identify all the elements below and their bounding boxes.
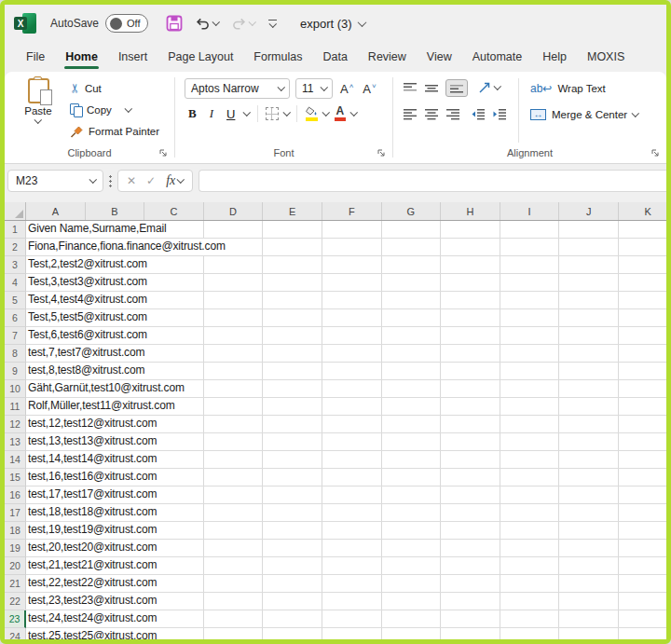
sheet-row-24[interactable]: 24test,25,test25@xitrust.com	[5, 628, 666, 639]
sheet-row-22[interactable]: 22test,23,test23@xitrust.com	[5, 593, 666, 610]
sheet-row-8[interactable]: 8test,7,test7@xitrust.com	[5, 345, 666, 363]
undo-chevron-icon[interactable]	[212, 19, 220, 26]
underline-chevron-icon[interactable]	[243, 109, 251, 116]
sheet-row-9[interactable]: 9test,8,test8@xitrust.com	[5, 363, 666, 380]
sheet-row-1[interactable]: 1Given Name,Surname,Email	[5, 221, 666, 239]
formula-bar-grip[interactable]	[109, 174, 112, 187]
row-header-3[interactable]: 3	[5, 256, 26, 274]
merge-center-chevron-icon[interactable]	[632, 110, 639, 117]
row-cells[interactable]: Test,4,test4@xitrust.com	[26, 292, 666, 309]
sheet-row-3[interactable]: 3Test,2,test2@xitrust.com	[5, 256, 666, 274]
row-cells[interactable]: test,14,test14@xitrust.com	[26, 451, 666, 469]
row-header-14[interactable]: 14	[5, 451, 26, 469]
row-cells[interactable]: Given Name,Surname,Email	[26, 221, 666, 239]
tab-formulas[interactable]: Formulas	[243, 42, 312, 72]
row-cells[interactable]: Fiona,Finance,fiona.finance@xitrust.com	[26, 239, 666, 256]
cut-button[interactable]: ✂ Cut	[70, 79, 159, 97]
paste-button[interactable]: Paste	[14, 78, 62, 143]
tab-insert[interactable]: Insert	[108, 42, 157, 72]
font-color-button[interactable]: A	[335, 106, 346, 121]
sheet-row-12[interactable]: 12test,12,test12@xitrust.com	[5, 416, 666, 433]
sheet-row-21[interactable]: 21test,22,test22@xitrust.com	[5, 575, 666, 593]
format-painter-button[interactable]: Format Painter	[70, 122, 159, 140]
undo-button[interactable]	[195, 16, 219, 31]
column-header-a[interactable]: A	[26, 202, 86, 220]
align-bottom-button-selected[interactable]	[445, 79, 468, 97]
autosave-toggle[interactable]: Off	[105, 14, 148, 33]
orientation-button[interactable]	[478, 82, 500, 94]
borders-icon[interactable]	[266, 107, 279, 120]
copy-button[interactable]: Copy	[70, 101, 159, 118]
sheet-row-19[interactable]: 19test,20,test20@xitrust.com	[5, 540, 666, 557]
row-cells[interactable]: test,16,test16@xitrust.com	[26, 469, 666, 486]
row-header-9[interactable]: 9	[5, 363, 26, 380]
fill-color-button[interactable]	[305, 106, 318, 121]
tab-review[interactable]: Review	[358, 42, 417, 72]
row-cells[interactable]: Rolf,Müller,test11@xitrust.com	[26, 398, 666, 416]
row-header-22[interactable]: 22	[5, 593, 26, 610]
decrease-font-size-button[interactable]: A˅	[361, 82, 377, 96]
row-header-6[interactable]: 6	[5, 309, 26, 327]
align-center-icon[interactable]	[424, 108, 439, 120]
row-header-17[interactable]: 17	[5, 504, 26, 522]
row-header-21[interactable]: 21	[5, 575, 26, 593]
row-header-7[interactable]: 7	[5, 327, 26, 345]
row-header-19[interactable]: 19	[5, 540, 26, 557]
tab-home[interactable]: Home	[55, 42, 108, 72]
tab-automate[interactable]: Automate	[462, 42, 533, 72]
select-all-corner[interactable]	[5, 202, 26, 220]
sheet-row-18[interactable]: 18test,19,test19@xitrust.com	[5, 522, 666, 540]
column-header-i[interactable]: I	[500, 202, 560, 220]
sheet-row-17[interactable]: 17test,18,test18@xitrust.com	[5, 504, 666, 522]
row-cells[interactable]: test,19,test19@xitrust.com	[26, 522, 666, 540]
tab-moxis[interactable]: MOXIS	[577, 42, 635, 72]
sheet-row-15[interactable]: 15test,16,test16@xitrust.com	[5, 469, 666, 486]
row-header-15[interactable]: 15	[5, 469, 26, 486]
bold-button[interactable]: B	[185, 106, 200, 121]
row-header-2[interactable]: 2	[5, 239, 26, 256]
column-header-k[interactable]: K	[619, 202, 666, 220]
document-title-button[interactable]: export (3)	[300, 17, 365, 31]
column-header-j[interactable]: J	[559, 202, 619, 220]
sheet-row-5[interactable]: 5Test,4,test4@xitrust.com	[5, 292, 666, 309]
font-dialog-launcher[interactable]	[377, 148, 386, 158]
sheet-row-20[interactable]: 20test,21,test21@xitrust.com	[5, 557, 666, 575]
row-header-12[interactable]: 12	[5, 416, 26, 433]
insert-function-button[interactable]: fx	[166, 173, 184, 188]
row-cells[interactable]: test,13,test13@xitrust.com	[26, 433, 666, 451]
row-cells[interactable]: test,17,test17@xitrust.com	[26, 486, 666, 504]
merge-center-button[interactable]: ↔ Merge & Center	[530, 105, 638, 124]
sheet-row-11[interactable]: 11Rolf,Müller,test11@xitrust.com	[5, 398, 666, 416]
align-top-icon[interactable]	[403, 82, 418, 94]
sheet-row-6[interactable]: 6Test,5,test5@xitrust.com	[5, 309, 666, 327]
row-header-20[interactable]: 20	[5, 557, 26, 575]
increase-indent-icon[interactable]	[492, 108, 507, 120]
alignment-dialog-launcher[interactable]	[650, 148, 660, 158]
formula-input[interactable]	[199, 170, 666, 192]
cancel-icon[interactable]: ✕	[127, 174, 136, 187]
row-cells[interactable]: test,24,test24@xitrust.com	[26, 610, 666, 628]
sheet-row-7[interactable]: 7Test,6,test6@xitrust.com	[5, 327, 666, 345]
paste-chevron-icon[interactable]	[34, 116, 42, 123]
tab-data[interactable]: Data	[312, 42, 357, 72]
row-cells[interactable]: test,12,test12@xitrust.com	[26, 416, 666, 433]
row-header-1[interactable]: 1	[5, 221, 26, 239]
row-header-24[interactable]: 24	[5, 628, 26, 639]
row-header-23-highlighted[interactable]: 23	[5, 610, 26, 628]
fill-color-chevron-icon[interactable]	[322, 109, 330, 116]
row-cells[interactable]: test,18,test18@xitrust.com	[26, 504, 666, 522]
column-header-h[interactable]: H	[441, 202, 500, 220]
column-header-d[interactable]: D	[204, 202, 264, 220]
row-cells[interactable]: test,23,test23@xitrust.com	[26, 593, 666, 610]
font-name-select[interactable]: Aptos Narrow	[185, 78, 290, 99]
column-header-b[interactable]: B	[86, 202, 145, 220]
row-cells[interactable]: test,20,test20@xitrust.com	[26, 540, 666, 557]
sheet-row-10[interactable]: 10Gäht,Garnüt,test10@xitrust.com	[5, 380, 666, 398]
row-header-4[interactable]: 4	[5, 274, 26, 292]
tab-page-layout[interactable]: Page Layout	[157, 42, 243, 72]
name-box[interactable]: M23	[7, 170, 103, 192]
row-cells[interactable]: Test,5,test5@xitrust.com	[26, 309, 666, 327]
tab-view[interactable]: View	[417, 42, 462, 72]
align-right-icon[interactable]	[445, 108, 460, 120]
row-cells[interactable]: Gäht,Garnüt,test10@xitrust.com	[26, 380, 666, 398]
